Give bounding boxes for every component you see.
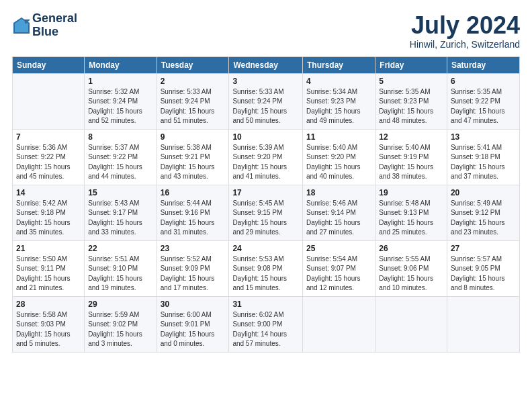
day-detail: Sunrise: 5:59 AM Sunset: 9:02 PM Dayligh… xyxy=(88,310,152,349)
calendar-cell: 22Sunrise: 5:51 AM Sunset: 9:10 PM Dayli… xyxy=(85,240,157,296)
calendar-cell: 9Sunrise: 5:38 AM Sunset: 9:21 PM Daylig… xyxy=(157,129,229,185)
calendar-cell: 20Sunrise: 5:49 AM Sunset: 9:12 PM Dayli… xyxy=(447,185,519,240)
calendar-cell: 14Sunrise: 5:42 AM Sunset: 9:18 PM Dayli… xyxy=(13,185,85,240)
title-block: July 2024 Hinwil, Zurich, Switzerland xyxy=(410,12,520,50)
main-title: July 2024 xyxy=(410,12,520,39)
day-number: 9 xyxy=(161,132,226,142)
day-number: 25 xyxy=(306,244,371,253)
day-number: 18 xyxy=(306,188,371,197)
logo-line2: Blue xyxy=(32,26,77,39)
day-number: 17 xyxy=(232,188,299,197)
calendar-cell: 19Sunrise: 5:48 AM Sunset: 9:13 PM Dayli… xyxy=(375,185,447,240)
calendar-cell xyxy=(302,296,375,352)
day-detail: Sunrise: 5:41 AM Sunset: 9:18 PM Dayligh… xyxy=(451,143,516,182)
calendar-cell: 7Sunrise: 5:36 AM Sunset: 9:22 PM Daylig… xyxy=(13,129,85,185)
day-detail: Sunrise: 5:40 AM Sunset: 9:20 PM Dayligh… xyxy=(306,143,371,182)
calendar-cell: 23Sunrise: 5:52 AM Sunset: 9:09 PM Dayli… xyxy=(157,240,229,296)
day-number: 28 xyxy=(16,300,81,309)
calendar-cell xyxy=(13,73,85,129)
calendar-header-row: SundayMondayTuesdayWednesdayThursdayFrid… xyxy=(13,56,520,73)
calendar-cell: 29Sunrise: 5:59 AM Sunset: 9:02 PM Dayli… xyxy=(85,296,157,352)
day-number: 12 xyxy=(379,132,443,142)
calendar-week-row: 21Sunrise: 5:50 AM Sunset: 9:11 PM Dayli… xyxy=(13,240,520,296)
col-header-wednesday: Wednesday xyxy=(229,56,303,73)
col-header-tuesday: Tuesday xyxy=(157,56,229,73)
day-number: 7 xyxy=(16,132,81,142)
calendar-cell: 28Sunrise: 5:58 AM Sunset: 9:03 PM Dayli… xyxy=(13,296,85,352)
calendar-table: SundayMondayTuesdayWednesdayThursdayFrid… xyxy=(12,56,520,353)
col-header-monday: Monday xyxy=(85,56,157,73)
day-detail: Sunrise: 5:51 AM Sunset: 9:10 PM Dayligh… xyxy=(88,255,152,293)
day-number: 29 xyxy=(88,300,152,309)
day-detail: Sunrise: 5:35 AM Sunset: 9:22 PM Dayligh… xyxy=(451,87,516,126)
day-number: 27 xyxy=(451,244,516,253)
calendar-cell: 2Sunrise: 5:33 AM Sunset: 9:24 PM Daylig… xyxy=(157,73,229,129)
day-number: 2 xyxy=(161,77,226,86)
calendar-cell: 12Sunrise: 5:40 AM Sunset: 9:19 PM Dayli… xyxy=(375,129,447,185)
calendar-cell: 11Sunrise: 5:40 AM Sunset: 9:20 PM Dayli… xyxy=(302,129,375,185)
day-detail: Sunrise: 5:58 AM Sunset: 9:03 PM Dayligh… xyxy=(16,310,81,349)
calendar-week-row: 14Sunrise: 5:42 AM Sunset: 9:18 PM Dayli… xyxy=(13,185,520,240)
calendar-cell: 17Sunrise: 5:45 AM Sunset: 9:15 PM Dayli… xyxy=(229,185,303,240)
day-detail: Sunrise: 5:33 AM Sunset: 9:24 PM Dayligh… xyxy=(161,87,226,126)
day-detail: Sunrise: 5:42 AM Sunset: 9:18 PM Dayligh… xyxy=(16,199,81,238)
day-number: 4 xyxy=(306,77,371,86)
calendar-cell: 6Sunrise: 5:35 AM Sunset: 9:22 PM Daylig… xyxy=(447,73,519,129)
calendar-cell: 3Sunrise: 5:33 AM Sunset: 9:24 PM Daylig… xyxy=(229,73,303,129)
day-number: 11 xyxy=(306,132,371,142)
day-detail: Sunrise: 5:33 AM Sunset: 9:24 PM Dayligh… xyxy=(232,87,299,126)
calendar-cell: 25Sunrise: 5:54 AM Sunset: 9:07 PM Dayli… xyxy=(302,240,375,296)
day-detail: Sunrise: 5:44 AM Sunset: 9:16 PM Dayligh… xyxy=(161,199,226,238)
day-number: 22 xyxy=(88,244,152,253)
day-number: 14 xyxy=(16,188,81,197)
calendar-cell: 31Sunrise: 6:02 AM Sunset: 9:00 PM Dayli… xyxy=(229,296,303,352)
col-header-thursday: Thursday xyxy=(302,56,375,73)
day-detail: Sunrise: 5:38 AM Sunset: 9:21 PM Dayligh… xyxy=(161,143,226,182)
day-detail: Sunrise: 5:48 AM Sunset: 9:13 PM Dayligh… xyxy=(379,199,443,238)
day-number: 26 xyxy=(379,244,443,253)
page: General Blue July 2024 Hinwil, Zurich, S… xyxy=(0,0,532,411)
day-detail: Sunrise: 5:35 AM Sunset: 9:23 PM Dayligh… xyxy=(379,87,443,126)
day-number: 21 xyxy=(16,244,81,253)
day-number: 20 xyxy=(451,188,516,197)
day-detail: Sunrise: 5:43 AM Sunset: 9:17 PM Dayligh… xyxy=(88,199,152,238)
day-detail: Sunrise: 5:46 AM Sunset: 9:14 PM Dayligh… xyxy=(306,199,371,238)
day-number: 15 xyxy=(88,188,152,197)
calendar-cell: 4Sunrise: 5:34 AM Sunset: 9:23 PM Daylig… xyxy=(302,73,375,129)
day-number: 23 xyxy=(161,244,226,253)
day-number: 19 xyxy=(379,188,443,197)
calendar-week-row: 1Sunrise: 5:32 AM Sunset: 9:24 PM Daylig… xyxy=(13,73,520,129)
calendar-cell: 27Sunrise: 5:57 AM Sunset: 9:05 PM Dayli… xyxy=(447,240,519,296)
day-number: 24 xyxy=(232,244,299,253)
calendar-cell: 8Sunrise: 5:37 AM Sunset: 9:22 PM Daylig… xyxy=(85,129,157,185)
logo-text: General Blue xyxy=(32,12,77,39)
subtitle: Hinwil, Zurich, Switzerland xyxy=(410,39,520,50)
day-detail: Sunrise: 5:39 AM Sunset: 9:20 PM Dayligh… xyxy=(232,143,299,182)
day-number: 10 xyxy=(232,132,299,142)
day-number: 13 xyxy=(451,132,516,142)
logo-icon xyxy=(12,16,31,35)
header: General Blue July 2024 Hinwil, Zurich, S… xyxy=(12,12,520,50)
calendar-cell xyxy=(375,296,447,352)
day-detail: Sunrise: 6:02 AM Sunset: 9:00 PM Dayligh… xyxy=(232,310,299,349)
day-detail: Sunrise: 5:34 AM Sunset: 9:23 PM Dayligh… xyxy=(306,87,371,126)
col-header-friday: Friday xyxy=(375,56,447,73)
calendar-week-row: 28Sunrise: 5:58 AM Sunset: 9:03 PM Dayli… xyxy=(13,296,520,352)
calendar-cell: 1Sunrise: 5:32 AM Sunset: 9:24 PM Daylig… xyxy=(85,73,157,129)
logo: General Blue xyxy=(12,12,77,39)
calendar-cell: 13Sunrise: 5:41 AM Sunset: 9:18 PM Dayli… xyxy=(447,129,519,185)
calendar-cell: 24Sunrise: 5:53 AM Sunset: 9:08 PM Dayli… xyxy=(229,240,303,296)
day-number: 1 xyxy=(88,77,152,86)
day-detail: Sunrise: 5:54 AM Sunset: 9:07 PM Dayligh… xyxy=(306,255,371,293)
day-number: 30 xyxy=(161,300,226,309)
calendar-cell: 30Sunrise: 6:00 AM Sunset: 9:01 PM Dayli… xyxy=(157,296,229,352)
logo-line1: General xyxy=(32,12,77,26)
day-detail: Sunrise: 5:36 AM Sunset: 9:22 PM Dayligh… xyxy=(16,143,81,182)
day-detail: Sunrise: 6:00 AM Sunset: 9:01 PM Dayligh… xyxy=(161,310,226,349)
calendar-cell: 16Sunrise: 5:44 AM Sunset: 9:16 PM Dayli… xyxy=(157,185,229,240)
day-detail: Sunrise: 5:32 AM Sunset: 9:24 PM Dayligh… xyxy=(88,87,152,126)
day-detail: Sunrise: 5:37 AM Sunset: 9:22 PM Dayligh… xyxy=(88,143,152,182)
day-detail: Sunrise: 5:53 AM Sunset: 9:08 PM Dayligh… xyxy=(232,255,299,293)
calendar-cell xyxy=(447,296,519,352)
day-detail: Sunrise: 5:49 AM Sunset: 9:12 PM Dayligh… xyxy=(451,199,516,238)
